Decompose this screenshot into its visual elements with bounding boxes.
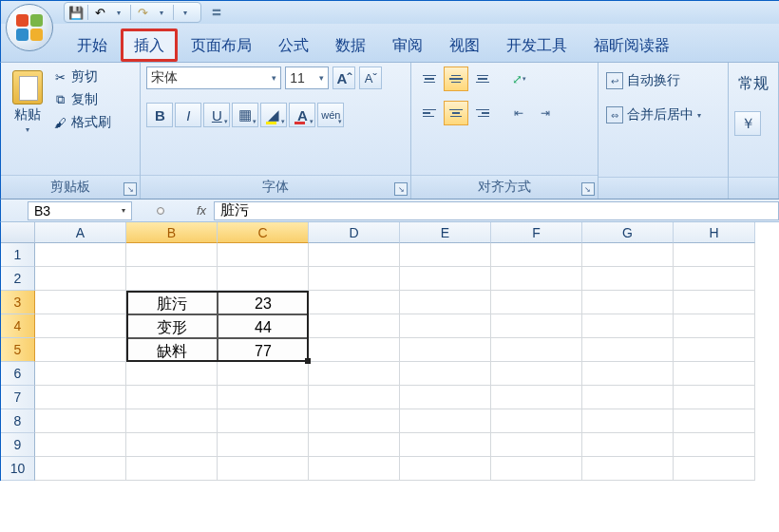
cell-d6[interactable] [309, 362, 400, 386]
qat-customize-icon[interactable]: ▾ [176, 3, 195, 22]
currency-button[interactable]: ￥ [734, 111, 761, 136]
cell-h5[interactable] [674, 338, 755, 362]
col-header-f[interactable]: F [491, 222, 582, 243]
cell-a9[interactable] [35, 433, 126, 457]
formula-bar[interactable]: 脏污 [214, 201, 779, 220]
cell-f2[interactable] [491, 267, 582, 291]
cell-c1[interactable] [218, 243, 309, 267]
cell-a5[interactable] [35, 338, 126, 362]
paste-button[interactable]: 粘贴 ▾ [7, 66, 48, 134]
cell-f4[interactable] [491, 314, 582, 338]
col-header-h[interactable]: H [674, 222, 755, 243]
redo-dropdown-icon[interactable]: ▾ [152, 3, 171, 22]
spreadsheet-grid[interactable]: A B C D E F G H 123脏污234变形445缺料77678910 [0, 222, 779, 481]
tab-view[interactable]: 视图 [436, 28, 493, 62]
fx-icon[interactable]: fx [189, 203, 214, 218]
italic-button[interactable]: I [175, 103, 201, 127]
col-header-a[interactable]: A [35, 222, 126, 243]
row-header-3[interactable]: 3 [1, 291, 35, 314]
cell-d4[interactable] [309, 314, 400, 338]
row-header-4[interactable]: 4 [1, 314, 35, 338]
copy-button[interactable]: ⧉ 复制 [52, 91, 111, 108]
cell-e8[interactable] [400, 409, 491, 433]
cell-d8[interactable] [309, 409, 400, 433]
font-name-combo[interactable]: 宋体 ▾ [146, 66, 281, 89]
number-format-label[interactable]: 常规 [734, 68, 772, 100]
cell-g7[interactable] [582, 386, 674, 409]
cell-a3[interactable] [35, 291, 126, 314]
row-header-6[interactable]: 6 [1, 362, 35, 386]
decrease-indent-button[interactable]: ⇤ [506, 101, 531, 125]
row-header-5[interactable]: 5 [1, 338, 35, 362]
select-all-corner[interactable] [1, 222, 35, 243]
align-top-button[interactable] [417, 66, 442, 91]
col-header-d[interactable]: D [309, 222, 400, 243]
cell-b6[interactable] [126, 362, 218, 386]
cell-g8[interactable] [582, 409, 674, 433]
cell-d10[interactable] [309, 457, 400, 481]
cell-h3[interactable] [674, 291, 755, 314]
cell-d7[interactable] [309, 386, 400, 409]
cell-c9[interactable] [218, 433, 309, 457]
cell-a7[interactable] [35, 386, 126, 409]
paste-dropdown-icon[interactable]: ▾ [26, 125, 29, 134]
increase-indent-button[interactable]: ⇥ [533, 101, 558, 125]
row-header-7[interactable]: 7 [1, 386, 35, 409]
redo-icon[interactable]: ↷ [133, 3, 152, 22]
tab-formulas[interactable]: 公式 [265, 28, 322, 62]
cell-f10[interactable] [491, 457, 582, 481]
tab-insert[interactable]: 插入 [121, 28, 178, 62]
cell-e9[interactable] [400, 433, 491, 457]
row-header-8[interactable]: 8 [1, 409, 35, 433]
orientation-button[interactable]: ⤢▾ [506, 66, 531, 91]
dialog-launcher-icon[interactable]: ↘ [394, 182, 408, 196]
align-bottom-button[interactable] [470, 66, 495, 91]
cell-e6[interactable] [400, 362, 491, 386]
cell-b1[interactable] [126, 243, 218, 267]
cell-b2[interactable] [126, 267, 218, 291]
tab-foxit-reader[interactable]: 福昕阅读器 [580, 28, 683, 62]
cell-e3[interactable] [400, 291, 491, 314]
align-right-button[interactable] [470, 101, 495, 125]
tab-page-layout[interactable]: 页面布局 [178, 28, 265, 62]
cell-e4[interactable] [400, 314, 491, 338]
cell-f3[interactable] [491, 291, 582, 314]
cell-a4[interactable] [35, 314, 126, 338]
bold-button[interactable]: B [146, 103, 173, 127]
grow-font-button[interactable]: Aˆ [332, 66, 355, 89]
wrap-text-button[interactable]: ↩ 自动换行 [604, 70, 682, 91]
cell-h6[interactable] [674, 362, 755, 386]
cell-e7[interactable] [400, 386, 491, 409]
cell-b7[interactable] [126, 386, 218, 409]
undo-icon[interactable]: ↶ [90, 3, 109, 22]
cell-e5[interactable] [400, 338, 491, 362]
row-header-2[interactable]: 2 [1, 267, 35, 291]
cell-b8[interactable] [126, 409, 218, 433]
dialog-launcher-icon[interactable]: ↘ [581, 182, 595, 196]
cell-c10[interactable] [218, 457, 309, 481]
cell-h9[interactable] [674, 433, 755, 457]
fill-color-button[interactable]: ◢▾ [260, 103, 287, 127]
cell-c5[interactable]: 77 [218, 338, 309, 362]
tab-data[interactable]: 数据 [322, 28, 379, 62]
office-button[interactable] [6, 4, 53, 51]
align-left-button[interactable] [417, 101, 442, 125]
cell-d2[interactable] [309, 267, 400, 291]
cell-f9[interactable] [491, 433, 582, 457]
cell-a2[interactable] [35, 267, 126, 291]
align-center-button[interactable] [444, 101, 468, 125]
phonetic-guide-button[interactable]: wén▾ [317, 103, 344, 127]
cell-h2[interactable] [674, 267, 755, 291]
save-icon[interactable]: 💾 [66, 3, 86, 22]
underline-button[interactable]: U▾ [203, 103, 230, 127]
cell-g5[interactable] [582, 338, 674, 362]
cell-e10[interactable] [400, 457, 491, 481]
cell-g1[interactable] [582, 243, 674, 267]
col-header-c[interactable]: C [218, 222, 309, 243]
row-header-1[interactable]: 1 [1, 243, 35, 267]
format-painter-button[interactable]: 🖌 格式刷 [52, 114, 111, 131]
cell-g6[interactable] [582, 362, 674, 386]
cell-b9[interactable] [126, 433, 218, 457]
cell-a6[interactable] [35, 362, 126, 386]
cell-f5[interactable] [491, 338, 582, 362]
